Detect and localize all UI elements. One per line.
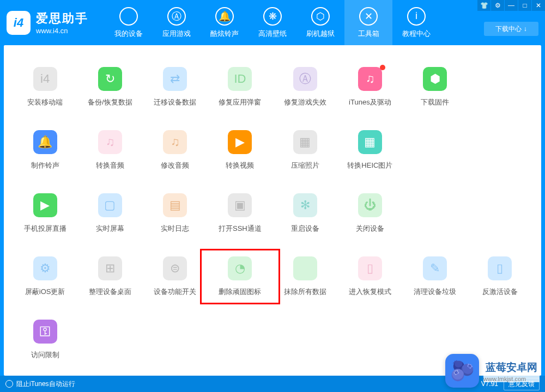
logo-text: 爱思助手 www.i4.cn: [36, 10, 88, 35]
nav-item-0[interactable]: 我的设备: [105, 0, 153, 45]
tool-关闭设备[interactable]: ⏻关闭设备: [340, 193, 400, 234]
nav-icon: 🔔: [215, 7, 234, 26]
tool-icon: ▶: [228, 130, 252, 154]
tool-制作铃声[interactable]: 🔔制作铃声: [15, 130, 75, 170]
tool-清理设备垃圾[interactable]: ✎清理设备垃圾: [405, 256, 465, 297]
maximize-button[interactable]: □: [518, 0, 531, 11]
nav-item-3[interactable]: ❋高清壁纸: [249, 0, 296, 45]
nav-icon: ⬡: [311, 7, 330, 26]
tool-label: 修复应用弹窗: [219, 97, 261, 107]
nav-icon: i: [407, 7, 426, 26]
tool-打开SSH通道[interactable]: ▣打开SSH通道: [210, 193, 270, 234]
tool-label: 打开SSH通道: [219, 224, 262, 234]
app-name: 爱思助手: [36, 10, 88, 27]
tool-icon: ⊜: [163, 256, 187, 280]
nav-item-6[interactable]: i教程中心: [392, 0, 440, 45]
nav-label: 高清壁纸: [258, 29, 287, 39]
tool-icon: ✻: [293, 193, 317, 217]
tool-修复应用弹窗[interactable]: ID修复应用弹窗: [210, 67, 270, 107]
tool-iTunes及驱动[interactable]: ♫iTunes及驱动: [340, 67, 400, 107]
tool-label: 屏蔽iOS更新: [25, 287, 65, 297]
nav-item-4[interactable]: ⬡刷机越狱: [296, 0, 344, 45]
watermark-icon: 🫐: [445, 354, 479, 388]
watermark: 🫐 蓝莓安卓网 www.lmkjst.com: [445, 354, 540, 388]
tool-icon: ♫: [98, 130, 122, 154]
tool-icon: ↻: [98, 67, 122, 91]
tool-icon: ⊞: [98, 256, 122, 280]
tool-label: 安装移动端: [27, 97, 63, 107]
tool-icon: ▯: [488, 256, 512, 280]
tool-label: 进入恢复模式: [349, 287, 391, 297]
tool-下载固件[interactable]: ⬢下载固件: [405, 67, 465, 107]
tool-备份/恢复数据[interactable]: ↻备份/恢复数据: [80, 67, 140, 107]
tool-访问限制[interactable]: ⚿访问限制: [15, 320, 75, 360]
tool-转换视频[interactable]: ▶转换视频: [210, 130, 270, 170]
nav-icon: [119, 7, 138, 26]
tool-修改音频[interactable]: ♫修改音频: [145, 130, 205, 170]
tool-label: 备份/恢复数据: [88, 97, 132, 107]
header: i4 爱思助手 www.i4.cn 我的设备Ⓐ应用游戏🔔酷炫铃声❋高清壁纸⬡刷机…: [0, 0, 545, 45]
minimize-button[interactable]: —: [505, 0, 518, 11]
tool-label: 修改音频: [161, 161, 189, 170]
tool-重启设备[interactable]: ✻重启设备: [275, 193, 335, 234]
settings-icon[interactable]: ⚙: [491, 0, 504, 11]
tool-手机投屏直播[interactable]: ▶手机投屏直播: [15, 193, 75, 234]
tool-label: 转换音频: [96, 161, 124, 170]
tool-屏蔽iOS更新[interactable]: ⚙屏蔽iOS更新: [15, 256, 75, 297]
tool-压缩照片[interactable]: ▦压缩照片: [275, 130, 335, 170]
close-button[interactable]: ✕: [532, 0, 545, 11]
tool-删除顽固图标[interactable]: ◔删除顽固图标: [210, 256, 270, 297]
tool-进入恢复模式[interactable]: ▯进入恢复模式: [340, 256, 400, 297]
tool-label: 实时日志: [161, 224, 189, 234]
tool-icon: ▢: [98, 193, 122, 217]
tool-实时日志[interactable]: ▤实时日志: [145, 193, 205, 234]
tool-修复游戏失效[interactable]: Ⓐ修复游戏失效: [275, 67, 335, 107]
nav-item-5[interactable]: ✕工具箱: [344, 0, 392, 45]
logo-icon: i4: [7, 11, 31, 35]
tool-抹除所有数据[interactable]: 抹除所有数据: [275, 256, 335, 297]
tool-label: 整理设备桌面: [89, 287, 131, 297]
nav-label: 刷机越狱: [306, 29, 335, 39]
tool-icon: ▤: [163, 193, 187, 217]
tool-label: 设备功能开关: [154, 287, 196, 297]
tool-icon: 🔔: [33, 130, 57, 154]
tool-转换HEIC图片[interactable]: ▦转换HEIC图片: [340, 130, 400, 170]
tool-icon: ♫: [358, 67, 382, 91]
tool-label: 关闭设备: [356, 224, 384, 234]
shirt-icon[interactable]: 👕: [477, 0, 491, 11]
tool-反激活设备[interactable]: ▯反激活设备: [470, 256, 530, 297]
tool-icon: ⬢: [423, 67, 447, 91]
tool-icon: ⏻: [358, 193, 382, 217]
tool-label: 抹除所有数据: [284, 287, 326, 297]
tool-icon: ◔: [228, 256, 252, 280]
tool-实时屏幕[interactable]: ▢实时屏幕: [80, 193, 140, 234]
tool-label: 转换视频: [226, 161, 254, 170]
tool-label: 手机投屏直播: [24, 224, 66, 234]
tool-label: 删除顽固图标: [219, 287, 261, 297]
tool-label: iTunes及驱动: [349, 97, 391, 107]
tool-整理设备桌面[interactable]: ⊞整理设备桌面: [80, 256, 140, 297]
tool-label: 访问限制: [31, 350, 59, 360]
tool-icon: [293, 256, 317, 280]
window-controls: 👕 ⚙ — □ ✕: [477, 0, 545, 11]
tool-icon: ▶: [33, 193, 57, 217]
watermark-text: 蓝莓安卓网: [483, 359, 540, 376]
block-itunes-label[interactable]: 阻止iTunes自动运行: [16, 379, 75, 389]
notification-dot: [380, 65, 385, 70]
radio-icon[interactable]: [5, 380, 13, 388]
download-center-button[interactable]: 下载中心 ↓: [484, 22, 538, 36]
nav-label: 酷炫铃声: [210, 29, 239, 39]
tool-icon: ♫: [163, 130, 187, 154]
tool-icon: ▯: [358, 256, 382, 280]
nav-item-2[interactable]: 🔔酷炫铃声: [201, 0, 249, 45]
tool-grid: i4安装移动端↻备份/恢复数据⇄迁移设备数据ID修复应用弹窗Ⓐ修复游戏失效♫iT…: [15, 67, 530, 360]
tool-转换音频[interactable]: ♫转换音频: [80, 130, 140, 170]
tool-label: 反激活设备: [482, 287, 518, 297]
nav-label: 应用游戏: [162, 29, 191, 39]
tool-安装移动端[interactable]: i4安装移动端: [15, 67, 75, 107]
tool-label: 实时屏幕: [96, 224, 124, 234]
nav-item-1[interactable]: Ⓐ应用游戏: [153, 0, 201, 45]
tool-icon: ▦: [358, 130, 382, 154]
tool-设备功能开关[interactable]: ⊜设备功能开关: [145, 256, 205, 297]
tool-迁移设备数据[interactable]: ⇄迁移设备数据: [145, 67, 205, 107]
